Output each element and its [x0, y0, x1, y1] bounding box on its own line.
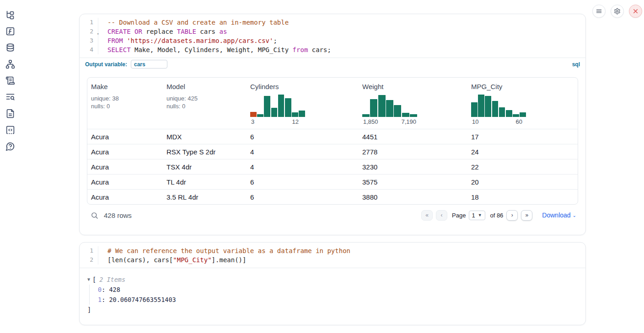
chevron-down-icon[interactable]: ▼: [87, 275, 90, 285]
histogram-min-label: 1,850: [363, 118, 378, 125]
page-select[interactable]: 1 ▼: [469, 211, 485, 220]
dependency-graph-icon[interactable]: [5, 58, 16, 69]
table-header-row: Makeunique: 38nulls: 0Modelunique: 425nu…: [87, 78, 578, 129]
line-number: 4: [80, 45, 95, 54]
code-text: FROM 'https://datasets.marimo.app/cars.c…: [98, 36, 277, 45]
column-unique-stat: unique: 425: [166, 95, 243, 102]
code-line[interactable]: 4SELECT Make, Model, Cylinders, Weight, …: [80, 45, 585, 54]
datasources-icon[interactable]: [5, 42, 16, 53]
column-name: MPG_City: [471, 83, 574, 90]
table-cell: 3575: [359, 178, 467, 186]
table-cell: TSX 4dr: [163, 163, 247, 171]
histogram-min-label: 3: [251, 118, 254, 125]
histogram-bar: [285, 98, 291, 117]
page-label: Page: [452, 212, 466, 219]
table-cell: 18: [467, 193, 578, 201]
column-header-cylinders[interactable]: Cylinders312: [247, 78, 359, 129]
download-button[interactable]: Download ⌄: [542, 211, 576, 219]
histogram-bar: [492, 101, 499, 117]
column-header-mpg_city[interactable]: MPG_City1060: [467, 78, 578, 129]
help-icon[interactable]: [5, 141, 16, 152]
snippets-icon[interactable]: [5, 124, 16, 135]
output-variable-input[interactable]: cars: [131, 60, 167, 69]
close-icon[interactable]: [629, 5, 642, 18]
table-cell: 20: [467, 178, 578, 186]
code-line[interactable]: 3FROM 'https://datasets.marimo.app/cars.…: [80, 36, 585, 45]
logs-search-icon[interactable]: [5, 91, 16, 102]
documentation-icon[interactable]: [5, 108, 16, 119]
column-header-weight[interactable]: Weight1,8507,190: [359, 78, 467, 129]
table-row[interactable]: AcuraRSX Type S 2dr4277824: [87, 144, 578, 159]
table-cell: MDX: [163, 133, 247, 141]
prev-page-button[interactable]: ‹: [436, 210, 447, 221]
column-unique-stat: unique: 38: [91, 95, 159, 102]
column-histogram[interactable]: [362, 93, 417, 117]
last-page-button[interactable]: »: [521, 210, 532, 221]
column-nulls-stat: nulls: 0: [91, 102, 159, 110]
tree-entry-value: : 428: [102, 286, 120, 293]
next-page-button[interactable]: ›: [506, 210, 518, 221]
scratchpad-icon[interactable]: [5, 75, 16, 86]
histogram-bar: [520, 112, 526, 117]
histogram-bar: [250, 112, 257, 117]
column-header-make[interactable]: Makeunique: 38nulls: 0: [87, 78, 163, 129]
tree-entry: 0: 428: [98, 285, 578, 295]
table-cell: Acura: [87, 178, 163, 186]
table-cell: 4: [247, 163, 359, 171]
fold-chevron-icon[interactable]: ▾: [97, 29, 99, 38]
code-line[interactable]: 1-- Download a CSV and create an in-memo…: [80, 18, 585, 27]
hamburger-menu-icon[interactable]: [592, 5, 606, 18]
first-page-button[interactable]: «: [421, 210, 433, 221]
python-output-tree: ▼ [ 2 Items 0: 4281: 20.060747663551403 …: [80, 268, 585, 315]
table-cell: 3880: [359, 193, 467, 201]
page-of-label: of 86: [490, 212, 503, 219]
code-text: -- Download a CSV and create an in-memor…: [98, 18, 289, 27]
table-footer: 428 rows « ‹ Page 1 ▼ of 86 › » Download…: [87, 207, 578, 223]
table-cell: 4451: [359, 133, 467, 141]
code-line[interactable]: 1# We can reference the output variable …: [80, 246, 585, 255]
table-cell: 6: [247, 193, 359, 201]
sql-cell: 1-- Download a CSV and create an in-memo…: [79, 14, 586, 235]
code-line[interactable]: 2[len(cars), cars["MPG_City"].mean()]: [80, 255, 585, 264]
table-row[interactable]: AcuraMDX6445117: [87, 129, 578, 144]
histogram-bar: [264, 96, 270, 117]
table-cell: 17: [467, 133, 578, 141]
code-text: CREATE OR replace TABLE cars as: [98, 27, 227, 36]
chevron-down-icon: ▼: [478, 213, 482, 217]
gear-icon[interactable]: [611, 5, 624, 18]
functions-icon[interactable]: [5, 26, 16, 37]
table-row[interactable]: AcuraTL 4dr6357520: [87, 174, 578, 189]
histogram-bar: [485, 96, 491, 117]
histogram-bar: [370, 99, 377, 117]
search-icon[interactable]: [91, 211, 98, 219]
histogram-max-label: 60: [516, 118, 522, 125]
histogram-max-label: 12: [292, 118, 299, 125]
column-header-model[interactable]: Modelunique: 425nulls: 0: [163, 78, 247, 129]
table-row[interactable]: AcuraTSX 4dr4323022: [87, 159, 578, 174]
sql-code-editor[interactable]: 1-- Download a CSV and create an in-memo…: [80, 14, 585, 58]
histogram-bar: [394, 105, 401, 117]
table-cell: 6: [247, 178, 359, 186]
histogram-bar: [410, 114, 417, 117]
histogram-bar: [471, 102, 478, 117]
file-tree-icon[interactable]: [5, 9, 16, 20]
python-code-editor[interactable]: 1# We can reference the output variable …: [80, 243, 585, 268]
histogram-bar: [271, 108, 278, 117]
tree-entry-key: 1: [98, 296, 102, 303]
column-name: Model: [166, 83, 243, 90]
code-line[interactable]: 2▾CREATE OR replace TABLE cars as: [80, 27, 585, 36]
column-name: Weight: [362, 83, 464, 90]
column-name: Make: [91, 83, 159, 90]
table-row[interactable]: Acura3.5 RL 4dr6388018: [87, 189, 578, 204]
topbar: [592, 5, 642, 18]
column-histogram[interactable]: [250, 93, 305, 117]
tree-header: ▼ [ 2 Items: [87, 275, 578, 285]
tree-body: 0: 4281: 20.060747663551403: [89, 285, 578, 305]
table-cell: TL 4dr: [163, 178, 247, 186]
histogram-bar: [278, 95, 284, 117]
table-cell: Acura: [87, 163, 163, 171]
table-cell: 2778: [359, 148, 467, 156]
column-histogram[interactable]: [471, 93, 526, 117]
histogram-bar: [292, 112, 298, 117]
code-text: SELECT Make, Model, Cylinders, Weight, M…: [98, 45, 331, 54]
